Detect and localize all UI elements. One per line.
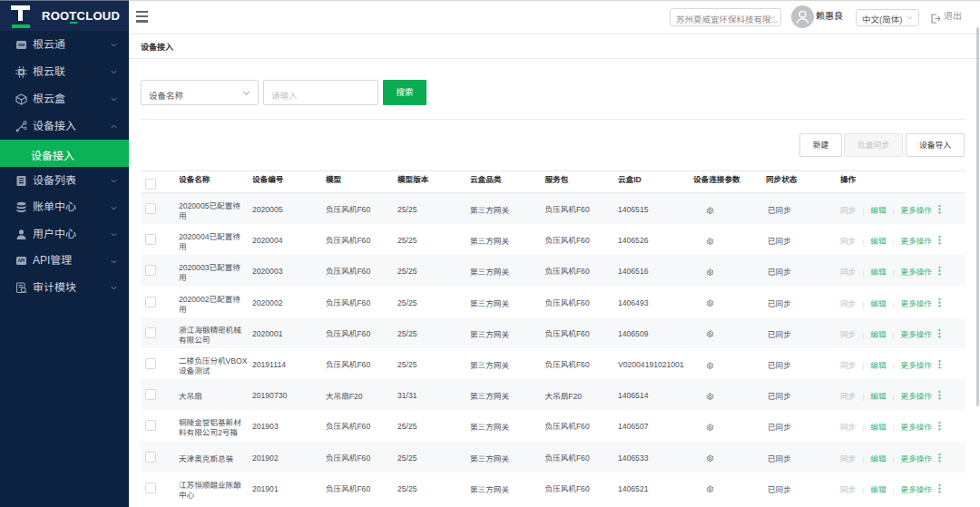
svg-text:SIM: SIM <box>18 43 25 47</box>
svg-text:API: API <box>18 258 25 263</box>
